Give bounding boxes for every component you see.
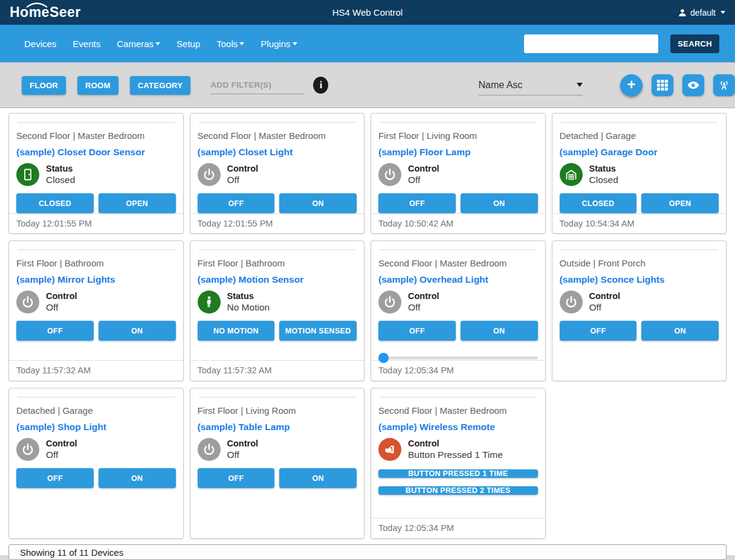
device-control-button[interactable]: ON: [99, 321, 176, 341]
chevron-down-icon: [293, 42, 297, 45]
device-control-button[interactable]: ON: [461, 193, 538, 213]
device-name-link[interactable]: (sample) Floor Lamp: [378, 147, 538, 158]
device-location: Detached | Garage: [16, 405, 176, 416]
broadcast-button[interactable]: [713, 74, 735, 96]
device-grid: Second Floor | Master Bedroom(sample) Cl…: [8, 113, 727, 539]
device-name-link[interactable]: (sample) Garage Door: [560, 147, 719, 158]
feature-value: Closed: [589, 175, 618, 185]
add-device-button[interactable]: +: [620, 74, 643, 97]
device-control-button[interactable]: OFF: [560, 321, 637, 341]
device-timestamp: Today 11:57:32 AM: [9, 360, 183, 381]
search-area: SEARCH: [524, 34, 719, 53]
nav-items: DevicesEventsCamerasSetupToolsPlugins: [24, 39, 297, 49]
device-control-button[interactable]: ON: [99, 468, 176, 488]
device-control-button[interactable]: MOTION SENSED: [279, 321, 357, 341]
device-location: Second Floor | Master Bedroom: [378, 405, 538, 416]
device-control-button[interactable]: OPEN: [99, 193, 176, 213]
device-name-link[interactable]: (sample) Motion Sensor: [198, 274, 357, 285]
device-control-button[interactable]: ON: [641, 321, 719, 341]
device-control-button[interactable]: OFF: [378, 321, 456, 341]
device-card: First Floor | Living Room(sample) Floor …: [371, 113, 546, 234]
filter-button-category[interactable]: CATEGORY: [130, 76, 191, 95]
device-control-button[interactable]: OFF: [378, 193, 456, 213]
device-timestamp: Today 12:01:55 PM: [190, 213, 364, 234]
device-location: Detached | Garage: [560, 130, 719, 141]
device-location: First Floor | Bathroom: [198, 258, 357, 268]
device-control-button[interactable]: CLOSED: [16, 193, 94, 213]
feature-label: Control: [227, 164, 259, 173]
device-control-button[interactable]: OFF: [16, 468, 94, 488]
feature-label: Control: [408, 439, 503, 448]
device-name-link[interactable]: (sample) Closet Door Sensor: [16, 147, 176, 158]
device-name-link[interactable]: (sample) Shop Light: [16, 422, 176, 433]
device-control-button[interactable]: OFF: [198, 193, 275, 213]
device-control-button[interactable]: CLOSED: [560, 193, 637, 213]
device-name-link[interactable]: (sample) Wireless Remote: [378, 422, 538, 433]
nav-item-events[interactable]: Events: [73, 39, 100, 49]
remote-icon: [378, 438, 401, 461]
power-icon: [198, 163, 221, 186]
device-location: First Floor | Bathroom: [16, 258, 176, 268]
nav-item-plugins[interactable]: Plugins: [261, 39, 297, 49]
device-control-button[interactable]: OFF: [16, 321, 94, 341]
feature-label: Control: [408, 291, 439, 301]
nav-item-setup[interactable]: Setup: [176, 39, 200, 49]
slider-thumb[interactable]: [378, 353, 389, 363]
card-divider: [380, 249, 537, 250]
nav-item-label: Plugins: [261, 39, 290, 49]
feature-label: Control: [46, 291, 77, 301]
device-name-link[interactable]: (sample) Closet Light: [198, 147, 357, 158]
device-control-button[interactable]: ON: [461, 321, 538, 341]
search-input[interactable]: [524, 34, 658, 53]
card-divider: [380, 122, 537, 123]
dropdown-caret-icon: [577, 83, 583, 87]
feature-label: Control: [227, 439, 259, 448]
feature-value: Off: [408, 302, 439, 313]
device-name-link[interactable]: (sample) Overhead Light: [378, 274, 538, 285]
power-icon: [16, 438, 39, 461]
device-feature: ControlOff: [560, 291, 719, 314]
filter-button-room[interactable]: ROOM: [77, 76, 118, 95]
info-icon[interactable]: i: [313, 77, 328, 94]
device-name-link[interactable]: (sample) Table Lamp: [198, 422, 357, 433]
device-card: Detached | Garage(sample) Shop LightCont…: [8, 388, 184, 539]
device-control-button[interactable]: ON: [279, 468, 357, 488]
device-control-button[interactable]: OFF: [198, 468, 275, 488]
device-buttons: CLOSEDOPEN: [16, 193, 176, 213]
grid-view-button[interactable]: [652, 74, 673, 96]
device-control-button[interactable]: BUTTON PRESSED 2 TIMES: [378, 486, 538, 495]
nav-item-tools[interactable]: Tools: [216, 39, 244, 49]
device-control-button[interactable]: ON: [279, 193, 357, 213]
filter-buttons: FLOORROOMCATEGORY: [22, 76, 202, 95]
nav-item-cameras[interactable]: Cameras: [117, 39, 160, 49]
device-timestamp: Today 12:05:34 PM: [371, 518, 545, 538]
sort-dropdown[interactable]: Name Asc: [478, 75, 583, 95]
device-control-button[interactable]: NO MOTION: [198, 321, 275, 341]
feature-value: Off: [589, 302, 621, 313]
search-button[interactable]: SEARCH: [670, 34, 719, 53]
toolbar-actions: +: [620, 74, 735, 97]
device-card: Second Floor | Master Bedroom(sample) Cl…: [190, 113, 365, 234]
nav-item-devices[interactable]: Devices: [24, 39, 56, 49]
device-feature: ControlOff: [378, 163, 538, 186]
visibility-button[interactable]: [682, 74, 704, 96]
feature-value: Off: [227, 175, 259, 185]
device-control-button[interactable]: BUTTON PRESSED 1 TIME: [378, 469, 538, 478]
card-divider: [199, 397, 356, 397]
device-name-link[interactable]: (sample) Sconce Lights: [560, 274, 719, 285]
filter-toolbar: FLOORROOMCATEGORY i Name Asc +: [0, 62, 735, 108]
card-divider: [561, 249, 718, 250]
device-buttons: OFFON: [16, 321, 176, 341]
device-location: First Floor | Living Room: [198, 405, 357, 416]
add-filter-input[interactable]: [210, 76, 304, 94]
device-card: Detached | Garage(sample) Garage DoorSta…: [552, 113, 727, 234]
motion-icon: [198, 291, 221, 314]
device-timestamp: Today 12:05:34 PM: [371, 360, 545, 381]
device-control-button[interactable]: OPEN: [641, 193, 719, 213]
device-name-link[interactable]: (sample) Mirror Lights: [16, 274, 176, 285]
device-card: Outside | Front Porch(sample) Sconce Lig…: [552, 240, 727, 381]
device-feature: ControlOff: [198, 163, 357, 186]
dim-slider[interactable]: [378, 353, 538, 360]
device-card: First Floor | Living Room(sample) Table …: [190, 388, 365, 539]
filter-button-floor[interactable]: FLOOR: [22, 76, 66, 95]
